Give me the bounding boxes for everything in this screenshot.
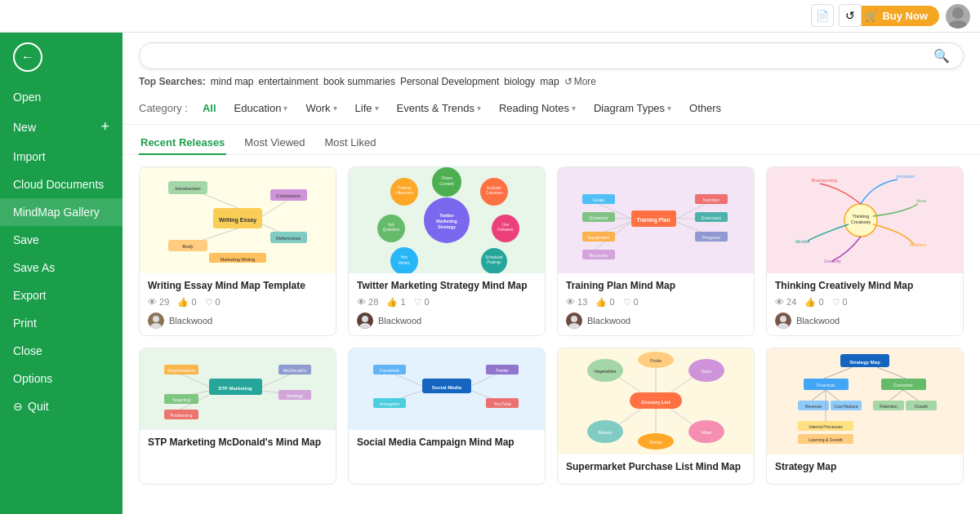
svg-text:Postings: Postings bbox=[487, 260, 501, 264]
card-author: Blackwood bbox=[775, 312, 955, 329]
card-title: Writing Essay Mind Map Template bbox=[148, 280, 327, 293]
category-reading-notes[interactable]: Reading Notes ▾ bbox=[491, 99, 584, 117]
card-stp-marketing[interactable]: STP Marketing Segmentation Targeting Pos… bbox=[139, 348, 336, 485]
category-label: Category : bbox=[139, 102, 188, 114]
svg-text:Dairy: Dairy bbox=[702, 369, 712, 374]
sidebar-item-mindmap-gallery[interactable]: MindMap Gallery bbox=[0, 198, 122, 226]
more-link[interactable]: ↺ More bbox=[564, 76, 596, 87]
sidebar-item-save[interactable]: Save bbox=[0, 226, 122, 254]
sidebar-item-import[interactable]: Import bbox=[0, 143, 122, 171]
svg-text:Strategy: Strategy bbox=[287, 393, 304, 398]
svg-text:YouTube: YouTube bbox=[493, 401, 511, 406]
buy-now-label: Buy Now bbox=[882, 10, 928, 22]
buy-now-button[interactable]: 🛒 Buy Now bbox=[853, 6, 939, 26]
category-life[interactable]: Life ▾ bbox=[347, 99, 387, 117]
search-tag-entertainment[interactable]: entertainment bbox=[259, 76, 318, 87]
sidebar-item-new[interactable]: New + bbox=[0, 111, 122, 143]
svg-text:Grocery List: Grocery List bbox=[641, 400, 670, 405]
svg-text:Creativity: Creativity bbox=[824, 259, 841, 264]
search-input[interactable] bbox=[153, 50, 933, 63]
svg-text:Writing Essay: Writing Essay bbox=[219, 217, 256, 224]
card-training-plan[interactable]: Training Plan Goals Schedule Equipment bbox=[557, 166, 755, 336]
svg-text:Schedule: Schedule bbox=[590, 215, 608, 220]
svg-text:Facebook: Facebook bbox=[380, 368, 399, 373]
card-social-media[interactable]: Social Media Facebook Instagram Twitter bbox=[348, 348, 546, 485]
svg-point-37 bbox=[390, 247, 418, 273]
card-meta: 👁 24 👍 0 ♡ 0 bbox=[775, 297, 955, 308]
sidebar-item-save-as[interactable]: Save As bbox=[0, 254, 122, 281]
card-title: STP Marketing McDonald's Mind Map bbox=[148, 436, 327, 450]
card-title: Strategy Map bbox=[775, 461, 955, 474]
back-button[interactable]: ← bbox=[0, 33, 122, 83]
category-all[interactable]: All bbox=[194, 99, 225, 117]
card-author: Blackwood bbox=[566, 312, 746, 329]
search-tag-book-summaries[interactable]: book summaries bbox=[323, 76, 395, 87]
svg-text:Growth: Growth bbox=[915, 404, 928, 409]
card-title: Supermarket Purchase List Mind Map bbox=[566, 461, 746, 474]
card-meta: 👁 13 👍 0 ♡ 0 bbox=[566, 297, 746, 308]
category-others[interactable]: Others bbox=[681, 99, 729, 117]
card-supermarket[interactable]: Grocery List Vegetables Fruits Dairy bbox=[557, 348, 755, 485]
search-tag-map[interactable]: map bbox=[540, 76, 559, 87]
template-icon[interactable]: 📄 bbox=[811, 4, 834, 27]
svg-text:Content: Content bbox=[439, 181, 454, 186]
svg-text:McDonald's: McDonald's bbox=[283, 368, 307, 373]
svg-line-149 bbox=[889, 390, 903, 401]
sidebar: ← Open New + Import Cloud Documents Mind… bbox=[0, 33, 122, 514]
svg-text:Marketing: Marketing bbox=[436, 219, 457, 224]
svg-text:Goals: Goals bbox=[593, 197, 605, 202]
card-writing-essay[interactable]: Writing Essay Introduction Body Conclusi… bbox=[139, 166, 336, 336]
svg-text:Twitter: Twitter bbox=[496, 368, 509, 373]
svg-text:Ask: Ask bbox=[388, 223, 394, 227]
svg-text:Meat: Meat bbox=[702, 430, 712, 435]
tab-most-viewed[interactable]: Most Viewed bbox=[243, 131, 306, 155]
svg-line-143 bbox=[812, 390, 826, 401]
search-tag-personal-development[interactable]: Personal Development bbox=[400, 76, 499, 87]
card-author: Blackwood bbox=[148, 312, 327, 329]
category-work[interactable]: Work ▾ bbox=[297, 99, 345, 117]
search-tag-biology[interactable]: biology bbox=[504, 76, 535, 87]
svg-text:Creatively: Creatively bbox=[851, 219, 871, 224]
svg-text:Influencers: Influencers bbox=[395, 191, 414, 195]
svg-point-46 bbox=[362, 316, 368, 322]
card-title: Thinking Creatively Mind Map bbox=[775, 280, 955, 293]
svg-text:Scheduled: Scheduled bbox=[485, 255, 503, 259]
search-tag-mindmap[interactable]: mind map bbox=[211, 76, 254, 87]
sidebar-item-print[interactable]: Print bbox=[0, 309, 122, 337]
sidebar-item-options[interactable]: Options bbox=[0, 365, 122, 392]
svg-text:Customers: Customers bbox=[485, 191, 504, 195]
svg-text:Share: Share bbox=[441, 175, 452, 180]
svg-text:Use: Use bbox=[502, 223, 509, 227]
cart-icon: 🛒 bbox=[865, 10, 878, 22]
category-education[interactable]: Education ▾ bbox=[226, 99, 296, 117]
svg-text:Internal Processes: Internal Processes bbox=[808, 424, 843, 429]
search-bar[interactable]: 🔍 bbox=[139, 42, 964, 69]
svg-text:Nutrition: Nutrition bbox=[703, 197, 719, 202]
svg-text:Exercises: Exercises bbox=[702, 215, 721, 220]
card-twitter-marketing[interactable]: Twitter Marketing Strategy Share Content… bbox=[348, 166, 546, 336]
svg-text:Instagram: Instagram bbox=[380, 401, 400, 406]
svg-point-1 bbox=[948, 20, 968, 29]
svg-text:Solutions: Solutions bbox=[910, 242, 927, 247]
svg-point-72 bbox=[568, 323, 580, 329]
svg-text:Progress: Progress bbox=[702, 235, 720, 240]
sidebar-item-cloud-documents[interactable]: Cloud Documents bbox=[0, 171, 122, 198]
user-avatar[interactable] bbox=[946, 4, 970, 29]
tab-most-liked[interactable]: Most Liked bbox=[323, 131, 378, 155]
undo-icon[interactable]: ↺ bbox=[839, 4, 862, 27]
card-strategy-map[interactable]: Strategy Map Financial Customer bbox=[766, 348, 964, 485]
category-diagram-types[interactable]: Diagram Types ▾ bbox=[586, 99, 679, 117]
card-author: Blackwood bbox=[357, 312, 537, 329]
sidebar-item-export[interactable]: Export bbox=[0, 281, 122, 309]
svg-text:Retention: Retention bbox=[880, 404, 898, 409]
sidebar-item-open[interactable]: Open bbox=[0, 83, 122, 111]
svg-text:Twitter: Twitter bbox=[439, 213, 454, 218]
svg-text:Drinks: Drinks bbox=[649, 440, 662, 445]
svg-text:Followers: Followers bbox=[497, 228, 514, 232]
card-thinking-creatively[interactable]: Thinking Creatively Brainstorming Innova… bbox=[766, 166, 964, 336]
tab-recent-releases[interactable]: Recent Releases bbox=[139, 131, 226, 155]
category-events-trends[interactable]: Events & Trends ▾ bbox=[389, 99, 489, 117]
sidebar-item-close[interactable]: Close bbox=[0, 337, 122, 365]
search-icon: 🔍 bbox=[933, 48, 950, 64]
sidebar-item-quit[interactable]: ⊖ Quit bbox=[0, 392, 122, 420]
